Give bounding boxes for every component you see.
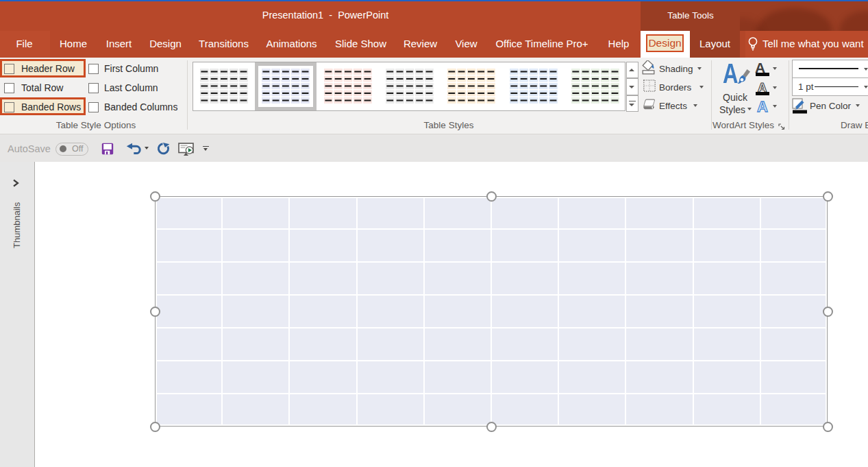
svg-text:A: A (757, 99, 768, 113)
svg-text:A: A (758, 82, 767, 93)
